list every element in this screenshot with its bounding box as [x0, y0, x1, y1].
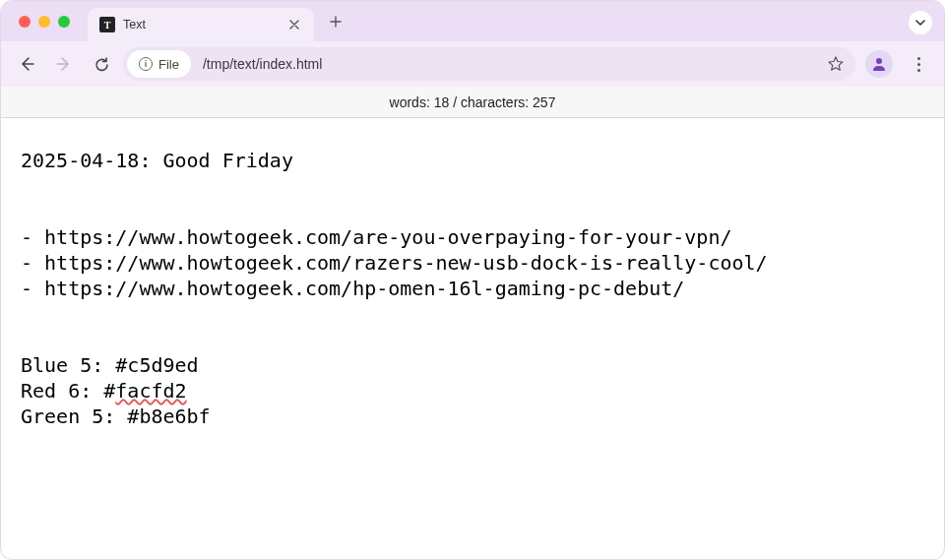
toolbar: i File /tmp/text/index.html [1, 41, 944, 87]
browser-tab[interactable]: T Text [88, 8, 314, 41]
words-value: 18 [434, 94, 450, 110]
site-info-chip[interactable]: i File [127, 50, 191, 78]
menu-button[interactable] [903, 48, 934, 80]
tab-close-button[interactable] [286, 17, 302, 32]
doc-link-line: - https://www.howtogeek.com/are-you-over… [21, 225, 731, 249]
forward-button[interactable] [48, 48, 80, 80]
back-button[interactable] [11, 48, 42, 80]
doc-color-line: Blue 5: #c5d9ed [21, 353, 199, 377]
reload-button[interactable] [86, 48, 117, 80]
close-icon [289, 20, 299, 30]
profile-button[interactable] [865, 50, 893, 78]
dot-icon [917, 69, 920, 72]
traffic-lights [9, 1, 88, 41]
star-icon [827, 55, 845, 73]
doc-link-line: - https://www.howtogeek.com/razers-new-u… [21, 251, 768, 275]
doc-color-line: Red 6: #facfd2 [21, 379, 187, 403]
doc-link-line: - https://www.howtogeek.com/hp-omen-16l-… [21, 277, 684, 300]
arrow-left-icon [18, 55, 35, 73]
words-label: words: [390, 94, 430, 110]
chevron-down-icon [915, 20, 925, 26]
address-bar[interactable]: i File /tmp/text/index.html [123, 47, 855, 81]
arrow-right-icon [55, 55, 73, 73]
profile-icon [871, 56, 887, 72]
svg-point-0 [876, 58, 882, 64]
new-tab-button[interactable] [322, 8, 349, 35]
doc-heading: 2025-04-18: Good Friday [21, 149, 293, 172]
window-close-button[interactable] [19, 16, 31, 28]
status-separator: / [453, 94, 457, 110]
document-content[interactable]: 2025-04-18: Good Friday - https://www.ho… [1, 118, 944, 459]
info-icon: i [139, 57, 153, 71]
dot-icon [917, 57, 920, 60]
tab-title: Text [123, 18, 279, 31]
spellcheck-error: facfd2 [115, 379, 186, 403]
dot-icon [917, 63, 920, 66]
chars-value: 257 [533, 94, 555, 110]
address-url: /tmp/text/index.html [193, 56, 818, 72]
window-dropdown-button[interactable] [909, 11, 932, 34]
doc-color-line: Green 5: #b8e6bf [21, 404, 211, 428]
bookmark-button[interactable] [820, 48, 851, 80]
tab-strip: T Text [1, 1, 944, 41]
scheme-label: File [158, 57, 179, 72]
chars-label: characters: [461, 94, 529, 110]
reload-icon [94, 56, 110, 73]
window-minimize-button[interactable] [38, 16, 50, 28]
tab-favicon-icon: T [99, 17, 115, 32]
plus-icon [330, 16, 342, 28]
browser-chrome: T Text i File /tmp/text/index.htm [1, 1, 944, 87]
window-maximize-button[interactable] [58, 16, 70, 28]
status-bar: words: 18 / characters: 257 [1, 87, 944, 118]
